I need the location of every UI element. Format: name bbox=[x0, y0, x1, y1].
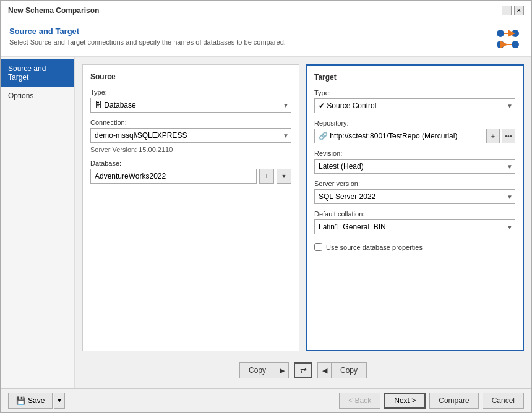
target-panel-title: Target bbox=[314, 73, 515, 82]
content-area: Source Type: 🗄 Database ▼ Connection: bbox=[75, 57, 531, 388]
save-icon: 💾 bbox=[16, 396, 25, 405]
source-type-wrapper: 🗄 Database ▼ bbox=[90, 98, 291, 113]
source-connection-wrapper: demo-mssql\SQLEXPRESS ▼ bbox=[90, 128, 291, 143]
source-type-select[interactable]: 🗄 Database bbox=[90, 98, 291, 113]
page-subtitle: Select Source and Target connections and… bbox=[9, 38, 286, 46]
source-database-dropdown-button[interactable]: ▼ bbox=[277, 169, 291, 184]
source-database-input[interactable] bbox=[90, 169, 257, 184]
cancel-button[interactable]: Cancel bbox=[483, 393, 524, 409]
copy-right-group: ◀ Copy bbox=[317, 362, 367, 378]
source-type-group: Type: 🗄 Database ▼ bbox=[90, 88, 291, 113]
source-panel-title: Source bbox=[90, 72, 291, 81]
main-content: Source and Target Options Source Type: 🗄… bbox=[1, 57, 531, 388]
header-icon bbox=[493, 27, 523, 51]
source-database-group: Database: + ▼ bbox=[90, 160, 291, 184]
panels-row: Source Type: 🗄 Database ▼ Connection: bbox=[82, 64, 524, 351]
target-repository-label: Repository: bbox=[314, 119, 515, 127]
minimize-button[interactable]: □ bbox=[502, 6, 512, 15]
window-title: New Schema Comparison bbox=[8, 6, 99, 15]
target-revision-group: Revision: Latest (Head) ▼ bbox=[314, 150, 515, 174]
page-title: Source and Target bbox=[9, 27, 286, 36]
target-checkbox-row: Use source database properties bbox=[314, 243, 515, 251]
source-database-label: Database: bbox=[90, 160, 291, 167]
svg-point-0 bbox=[497, 30, 504, 37]
target-type-group: Type: ✔ Source Control ▼ bbox=[314, 89, 515, 113]
title-bar: New Schema Comparison □ ✕ bbox=[1, 1, 531, 20]
sidebar-item-source-and-target[interactable]: Source and Target bbox=[1, 59, 74, 87]
back-button[interactable]: < Back bbox=[339, 393, 380, 409]
sidebar-item-options[interactable]: Options bbox=[1, 87, 74, 105]
source-server-version: Server Version: 15.00.2110 bbox=[90, 146, 291, 153]
copy-left-button[interactable]: Copy bbox=[239, 362, 275, 378]
title-bar-controls: □ ✕ bbox=[502, 6, 524, 15]
save-button[interactable]: 💾 Save bbox=[8, 393, 53, 409]
copy-right-button[interactable]: Copy bbox=[331, 362, 367, 378]
target-server-version-wrapper: SQL Server 2022 ▼ bbox=[314, 189, 515, 204]
header-section: Source and Target Select Source and Targ… bbox=[1, 20, 531, 57]
use-source-properties-label[interactable]: Use source database properties bbox=[326, 244, 423, 251]
target-type-select[interactable]: ✔ Source Control bbox=[314, 98, 515, 113]
next-button[interactable]: Next > bbox=[384, 393, 426, 409]
copy-left-arrow-button[interactable]: ▶ bbox=[275, 362, 289, 378]
target-server-version-label: Server version: bbox=[314, 180, 515, 187]
target-revision-label: Revision: bbox=[314, 150, 515, 157]
target-panel: Target Type: ✔ Source Control ▼ Reposito… bbox=[306, 64, 524, 351]
source-connection-label: Connection: bbox=[90, 119, 291, 126]
copy-buttons-row: Copy ▶ ⇄ ◀ Copy bbox=[82, 357, 524, 381]
sidebar: Source and Target Options bbox=[1, 57, 75, 388]
target-collation-select[interactable]: Latin1_General_BIN bbox=[314, 219, 515, 234]
svg-point-1 bbox=[512, 30, 519, 37]
svg-point-3 bbox=[512, 41, 519, 48]
target-revision-select[interactable]: Latest (Head) bbox=[314, 159, 515, 174]
save-dropdown-button[interactable]: ▼ bbox=[54, 393, 65, 409]
compare-button[interactable]: Compare bbox=[429, 393, 478, 409]
header-text: Source and Target Select Source and Targ… bbox=[9, 27, 286, 46]
target-revision-wrapper: Latest (Head) ▼ bbox=[314, 159, 515, 174]
source-connection-select[interactable]: demo-mssql\SQLEXPRESS bbox=[90, 128, 291, 143]
source-connection-group: Connection: demo-mssql\SQLEXPRESS ▼ Serv… bbox=[90, 119, 291, 153]
use-source-properties-checkbox[interactable] bbox=[314, 243, 322, 251]
source-database-add-button[interactable]: + bbox=[259, 169, 274, 184]
target-collation-group: Default collation: Latin1_General_BIN ▼ bbox=[314, 210, 515, 234]
target-server-version-group: Server version: SQL Server 2022 ▼ bbox=[314, 180, 515, 204]
target-repository-select[interactable]: 🔗 http://sctest:8001/TestRepo (Mercurial… bbox=[314, 129, 484, 143]
target-collation-label: Default collation: bbox=[314, 210, 515, 218]
target-repository-row: 🔗 http://sctest:8001/TestRepo (Mercurial… bbox=[314, 129, 515, 143]
main-window: New Schema Comparison □ ✕ Source and Tar… bbox=[0, 0, 532, 413]
close-button[interactable]: ✕ bbox=[514, 6, 524, 15]
target-type-wrapper: ✔ Source Control ▼ bbox=[314, 98, 515, 113]
source-database-input-row: + ▼ bbox=[90, 169, 291, 184]
source-panel: Source Type: 🗄 Database ▼ Connection: bbox=[82, 64, 299, 351]
copy-left-group: Copy ▶ bbox=[239, 362, 289, 378]
footer: 💾 Save ▼ < Back Next > Compare Cancel bbox=[1, 388, 531, 412]
copy-right-arrow-button[interactable]: ◀ bbox=[317, 362, 331, 378]
target-repository-add-button[interactable]: + bbox=[486, 129, 500, 143]
source-type-label: Type: bbox=[90, 88, 291, 96]
svg-point-2 bbox=[497, 41, 504, 48]
swap-button[interactable]: ⇄ bbox=[294, 362, 312, 378]
target-collation-wrapper: Latin1_General_BIN ▼ bbox=[314, 219, 515, 234]
target-repository-group: Repository: 🔗 http://sctest:8001/TestRep… bbox=[314, 119, 515, 143]
footer-left: 💾 Save ▼ bbox=[8, 393, 65, 409]
target-server-version-select[interactable]: SQL Server 2022 bbox=[314, 189, 515, 204]
target-type-label: Type: bbox=[314, 89, 515, 96]
target-repository-more-button[interactable]: ••• bbox=[502, 129, 515, 143]
footer-right: < Back Next > Compare Cancel bbox=[339, 393, 524, 409]
